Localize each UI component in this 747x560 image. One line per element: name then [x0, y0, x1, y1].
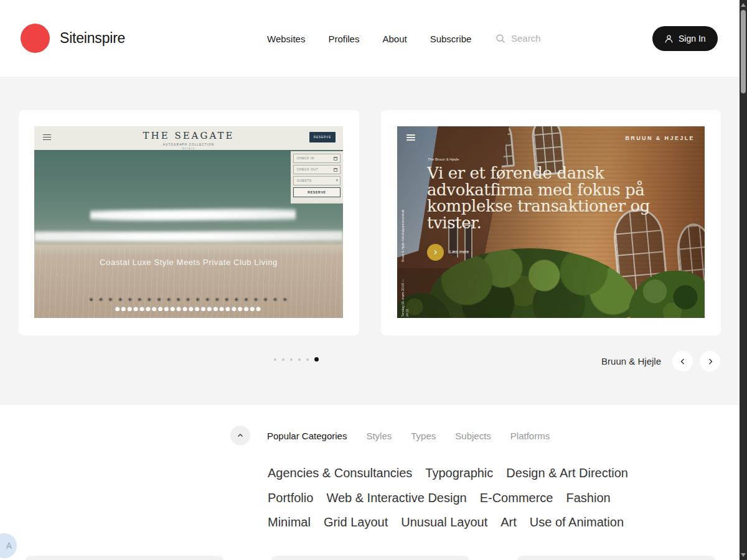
translate-widget-bubble[interactable]: A — [0, 533, 17, 558]
seagate-site-screenshot: THE SEAGATE AUTOGRAPH COLLECTION HOTELS … — [34, 126, 343, 318]
bruun-logo: BRUUN & HJEJLE — [625, 135, 695, 141]
bruun-cta-arrow-button — [427, 244, 444, 261]
headline-line: advokatfirma med fokus på — [427, 182, 650, 198]
site-thumbnail-placeholder[interactable] — [517, 556, 716, 560]
sign-in-label: Sign In — [679, 34, 706, 44]
seagate-beach-photo: Coastal Luxe Style Meets Private Club Li… — [34, 150, 343, 318]
carousel-dot[interactable] — [306, 358, 309, 361]
category-row: Minimal Grid Layout Unusual Layout Art U… — [268, 510, 703, 535]
tab-types[interactable]: Types — [411, 431, 436, 441]
bruun-site-screenshot: BRUUN & HJEJLE The Bruun & Hjejle Vi er … — [397, 126, 705, 318]
seagate-hero-caption: Coastal Luxe Style Meets Private Club Li… — [34, 258, 343, 267]
scrollbar-down-arrow[interactable] — [741, 553, 746, 557]
calendar-icon — [334, 157, 337, 161]
category-link-art[interactable]: Art — [500, 515, 517, 530]
arrow-right-icon — [433, 250, 438, 255]
headline-line: tvister. — [427, 215, 650, 231]
bruun-vertical-side-text: Bruun & Hjejle Advokatpartnerselskab — [401, 200, 405, 262]
seagate-panel-reserve-button: RESERVE — [293, 187, 341, 197]
tab-platforms[interactable]: Platforms — [510, 431, 550, 441]
guests-field: GUESTS ▾ — [293, 176, 341, 185]
nav-item-about[interactable]: About — [382, 34, 406, 44]
carousel-card-bruun-hjejle[interactable]: BRUUN & HJEJLE The Bruun & Hjejle Vi er … — [381, 110, 721, 335]
check-out-label: CHECK OUT — [297, 166, 318, 174]
main-nav: Websites Profiles About Subscribe — [267, 34, 471, 44]
search-icon — [496, 34, 505, 44]
headline-line: komplekse transaktioner og — [427, 198, 650, 215]
site-thumbnail-placeholder[interactable] — [271, 556, 470, 560]
category-link-unusual-layout[interactable]: Unusual Layout — [401, 515, 487, 530]
carousel-prev-button[interactable] — [672, 351, 693, 371]
site-thumbnail-placeholder[interactable] — [25, 556, 224, 560]
collapse-categories-button[interactable] — [230, 426, 250, 446]
category-link-ecommerce[interactable]: E-Commerce — [480, 491, 553, 505]
brand-logo-icon[interactable] — [21, 24, 50, 53]
nav-item-subscribe[interactable]: Subscribe — [430, 34, 472, 44]
beach-lounger-row: ●●●●●●●●●●●●●●●●●●●●●●●● — [34, 306, 343, 312]
carousel-dot[interactable] — [274, 358, 276, 361]
category-link-web-design[interactable]: Web & Interactive Design — [326, 491, 466, 505]
carousel-dot-active[interactable] — [314, 357, 319, 362]
bruun-headline: Vi er et førende dansk advokatfirma med … — [427, 165, 650, 231]
headline-line: Vi er et førende dansk — [427, 165, 650, 182]
chevron-right-icon — [707, 358, 714, 365]
carousel-dot[interactable] — [290, 358, 293, 361]
category-link-grid-layout[interactable]: Grid Layout — [324, 515, 388, 530]
category-tabs: Popular Categories Styles Types Subjects… — [267, 431, 550, 441]
nav-item-profiles[interactable]: Profiles — [328, 34, 359, 44]
beach-umbrella-row: ✳ ✳ ✳ ✳ ✳ ✳ ✳ ✳ ✳ ✳ ✳ ✳ ✳ ✳ ✳ ✳ ✳ ✳ ✳ ✳ … — [34, 296, 343, 303]
tab-styles[interactable]: Styles — [366, 431, 392, 441]
seagate-title-block: THE SEAGATE AUTOGRAPH COLLECTION HOTELS — [34, 130, 343, 150]
carousel-dots — [274, 357, 319, 362]
category-row: Agencies & Consultancies Typographic Des… — [268, 461, 703, 486]
user-icon — [664, 34, 674, 44]
sign-in-button[interactable]: Sign In — [652, 26, 718, 51]
translate-widget-label: A — [6, 541, 12, 551]
carousel-next-button[interactable] — [700, 351, 720, 371]
category-link-animation[interactable]: Use of Animation — [530, 515, 624, 530]
chevron-up-icon — [237, 432, 244, 439]
category-link-agencies[interactable]: Agencies & Consultancies — [268, 466, 412, 480]
search-input[interactable]: Search — [496, 33, 595, 44]
bruun-kicker: The Bruun & Hjejle — [428, 157, 459, 161]
category-link-design-art[interactable]: Design & Art Direction — [506, 466, 628, 480]
carousel-dot[interactable] — [298, 358, 301, 361]
category-link-typographic[interactable]: Typographic — [425, 466, 493, 480]
category-row: Portfolio Web & Interactive Design E-Com… — [268, 486, 703, 511]
search-placeholder: Search — [511, 33, 541, 44]
bruun-vertical-date-text: Torsdag 16. marts 20:06 — 14:52 — [401, 274, 410, 317]
seagate-booking-panel: CHECK IN CHECK OUT GUESTS ▾ RESERVE — [291, 151, 343, 203]
vertical-scrollbar[interactable] — [740, 0, 747, 560]
tab-subjects[interactable]: Subjects — [455, 431, 491, 441]
tab-popular-categories[interactable]: Popular Categories — [267, 431, 347, 441]
seagate-site-subtitle: AUTOGRAPH COLLECTION — [34, 143, 343, 146]
calendar-icon — [334, 168, 337, 172]
chevron-left-icon — [679, 358, 687, 365]
nav-item-websites[interactable]: Websites — [267, 34, 305, 44]
carousel-current-site-label: Bruun & Hjejle — [601, 356, 661, 366]
category-link-fashion[interactable]: Fashion — [566, 491, 610, 505]
scrollbar-up-arrow[interactable] — [741, 3, 746, 7]
check-out-field: CHECK OUT — [293, 165, 341, 174]
site-header: Siteinspire Websites Profiles About Subs… — [0, 0, 740, 78]
wave-foam — [90, 207, 296, 223]
category-link-minimal[interactable]: Minimal — [268, 515, 311, 530]
siteinspire-homepage: Siteinspire Websites Profiles About Subs… — [0, 0, 747, 560]
category-link-portfolio[interactable]: Portfolio — [268, 491, 313, 505]
carousel-card-seagate[interactable]: THE SEAGATE AUTOGRAPH COLLECTION HOTELS … — [19, 110, 359, 335]
carousel-dot[interactable] — [282, 358, 284, 361]
guests-label: GUESTS — [297, 177, 312, 185]
chevron-down-icon: ▾ — [336, 178, 338, 183]
wave-foam — [34, 230, 343, 243]
check-in-field: CHECK IN — [293, 154, 341, 163]
brand-name[interactable]: Siteinspire — [60, 30, 125, 47]
seagate-site-title: THE SEAGATE — [34, 130, 343, 141]
bruun-cta-label: Læs mere — [449, 250, 469, 254]
check-in-label: CHECK IN — [297, 154, 314, 162]
hamburger-menu-icon — [406, 134, 415, 142]
popular-category-links: Agencies & Consultancies Typographic Des… — [268, 461, 703, 535]
seagate-reserve-button: RESERVE — [309, 132, 336, 142]
scrollbar-thumb[interactable] — [741, 10, 746, 93]
